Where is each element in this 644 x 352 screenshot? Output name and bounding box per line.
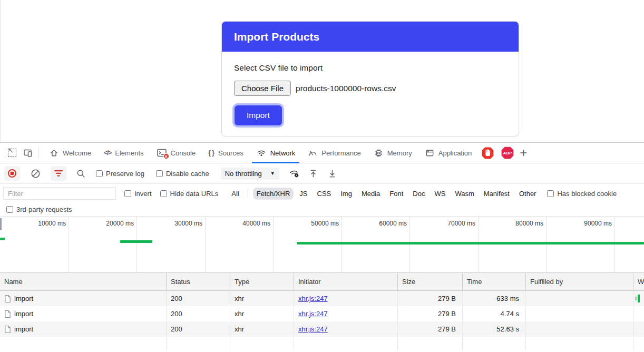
has-blocked-cookies-checkbox[interactable]: Has blocked cookie (547, 190, 617, 198)
invert-checkbox[interactable]: Invert (124, 190, 152, 198)
page-title: Import Products (234, 31, 319, 43)
record-button[interactable] (4, 166, 20, 181)
type-filter-img[interactable]: Img (337, 188, 356, 200)
network-overview-timeline[interactable]: 10000 ms 20000 ms 30000 ms 40000 ms 5000… (0, 217, 644, 273)
empty-cell (167, 337, 230, 350)
inspect-element-button[interactable]: ↖ (4, 145, 20, 160)
initiator-link[interactable]: xhr.js:247 (298, 295, 328, 302)
thirdparty-label: 3rd-party requests (16, 206, 72, 213)
disable-cache-checkbox[interactable]: Disable cache (156, 170, 209, 178)
invert-label: Invert (134, 190, 152, 198)
overview-tick-label: 70000 ms (433, 220, 475, 227)
type-filter-manifest[interactable]: Manifest (480, 188, 513, 200)
initiator-link[interactable]: xhr.js:247 (298, 325, 328, 333)
overview-tick-label: 10000 ms (24, 220, 66, 227)
tab-memory[interactable]: Memory (367, 143, 418, 163)
type-filter-js[interactable]: JS (296, 188, 311, 200)
abp-extension-icon[interactable]: ABP (501, 146, 514, 160)
device-toolbar-icon (23, 148, 33, 158)
type-filter-wasm[interactable]: Wasm (451, 188, 477, 200)
overview-gridline (69, 217, 69, 272)
cell-type: xhr (230, 291, 294, 306)
tab-network[interactable]: Network (250, 143, 302, 163)
device-toolbar-button[interactable] (20, 145, 36, 160)
tab-label: Elements (115, 149, 143, 157)
col-header-status[interactable]: Status (167, 273, 230, 290)
col-header-waterfall[interactable]: W (633, 273, 644, 290)
tab-application[interactable]: Application (418, 143, 479, 163)
filter-toggle-button[interactable] (51, 166, 66, 181)
checkbox (156, 170, 163, 177)
import-button[interactable]: Import (235, 105, 282, 125)
col-header-type[interactable]: Type (230, 273, 294, 290)
cell-time: 52.63 s (463, 321, 526, 337)
col-header-time[interactable]: Time (463, 273, 526, 290)
network-conditions-button[interactable] (287, 166, 303, 181)
console-error-badge: ✕ (163, 153, 169, 159)
search-icon (76, 169, 86, 179)
clear-button[interactable] (27, 166, 43, 181)
requests-table: Name Status Type Initiator Size Time Ful… (0, 273, 644, 350)
tab-performance[interactable]: Performance (301, 143, 367, 163)
table-row[interactable]: import 200 xhr xhr.js:247 279 B 633 ms (0, 291, 644, 306)
search-button[interactable] (73, 166, 89, 181)
type-filter-all[interactable]: All (228, 188, 242, 200)
thirdparty-checkbox[interactable]: 3rd-party requests (6, 206, 72, 213)
cell-type: xhr (230, 321, 294, 337)
throttling-select[interactable]: No throttling ▼ (221, 168, 279, 180)
cell-type: xhr (230, 306, 294, 321)
tab-welcome[interactable]: Welcome (43, 143, 97, 163)
waterfall-bar (638, 295, 640, 302)
cell-waterfall (633, 306, 644, 321)
overview-gridline (614, 217, 615, 272)
col-header-size[interactable]: Size (398, 273, 463, 290)
preserve-log-checkbox[interactable]: Preserve log (96, 170, 144, 178)
svg-text:ABP: ABP (503, 151, 513, 155)
devtools-tabbar: ↖ Welcome </> Elements (0, 143, 644, 163)
initiator-link[interactable]: xhr.js:247 (298, 310, 328, 318)
network-icon (256, 148, 267, 158)
type-filter-font[interactable]: Font (386, 188, 407, 200)
col-header-name[interactable]: Name (0, 273, 167, 290)
filter-funnel-icon (54, 169, 63, 178)
type-filter-css[interactable]: CSS (314, 188, 335, 200)
cell-initiator: xhr.js:247 (294, 291, 398, 306)
type-filter-media[interactable]: Media (358, 188, 384, 200)
tab-sources[interactable]: { } Sources (202, 143, 249, 163)
col-header-initiator[interactable]: Initiator (294, 273, 398, 290)
page-area: Import Products Select CSV file to impor… (0, 0, 644, 143)
preserve-log-label: Preserve log (106, 170, 144, 178)
overview-tick-label: 40000 ms (228, 220, 270, 227)
col-header-fulfilled[interactable]: Fulfilled by (526, 273, 633, 290)
cell-size: 279 B (398, 321, 463, 337)
memory-icon (374, 148, 384, 158)
type-filter-doc[interactable]: Doc (409, 188, 428, 200)
export-har-button[interactable] (325, 166, 340, 181)
table-row[interactable]: import 200 xhr xhr.js:247 279 B 52.63 s (0, 321, 644, 337)
type-filter-other[interactable]: Other (515, 188, 540, 200)
type-filter-ws[interactable]: WS (431, 188, 449, 200)
stop-hand-extension-icon[interactable] (481, 146, 494, 160)
table-filler-row (0, 337, 644, 350)
tab-label: Sources (218, 149, 243, 157)
tab-label: Memory (387, 149, 412, 157)
select-csv-label: Select CSV file to import (234, 63, 506, 73)
console-icon: ✕ (157, 148, 167, 158)
network-conditions-icon (289, 168, 300, 179)
tab-elements[interactable]: </> Elements (97, 143, 150, 163)
cell-fulfilled-by (526, 291, 633, 306)
checkbox (6, 206, 13, 213)
more-panels-button[interactable]: + (514, 145, 532, 160)
type-filter-fetch-xhr[interactable]: Fetch/XHR (253, 188, 294, 200)
cell-status: 200 (167, 291, 230, 306)
cell-name: import (0, 291, 167, 306)
tab-console[interactable]: ✕ Console (150, 143, 202, 163)
hide-data-urls-checkbox[interactable]: Hide data URLs (160, 190, 219, 198)
has-blocked-cookies-label: Has blocked cookie (557, 190, 617, 198)
import-har-button[interactable] (306, 166, 321, 181)
cell-time: 633 ms (463, 291, 526, 306)
filter-input[interactable] (3, 187, 116, 200)
choose-file-button[interactable]: Choose File (234, 81, 291, 96)
file-input-row: Choose File products-1000000-rows.csv (234, 81, 506, 96)
table-row[interactable]: import 200 xhr xhr.js:247 279 B 4.74 s (0, 306, 644, 321)
